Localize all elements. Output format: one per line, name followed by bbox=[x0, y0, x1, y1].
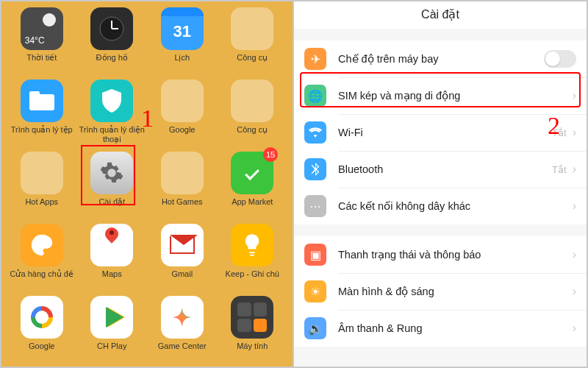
folder-icon bbox=[161, 152, 204, 194]
setting-label: Âm thanh & Rung bbox=[338, 322, 573, 334]
settings-group-2: ▣ Thanh trạng thái và thông báo › ☀ Màn … bbox=[294, 236, 587, 347]
palette-icon bbox=[21, 224, 63, 266]
clock-icon bbox=[90, 7, 133, 50]
app-label: Keep - Ghi chú bbox=[226, 269, 279, 279]
bluetooth-icon bbox=[304, 158, 326, 180]
setting-status: Tắt bbox=[552, 164, 567, 175]
chevron-right-icon: › bbox=[573, 199, 576, 213]
app-label: Google bbox=[169, 125, 195, 135]
app-label: Hot Apps bbox=[25, 197, 58, 207]
app-label: App Market bbox=[232, 197, 273, 207]
app-grid: 34°C Thời tiết Đồng hồ 31 Lịch C bbox=[1, 1, 293, 365]
sound-icon: 🔉 bbox=[304, 317, 326, 339]
maps-icon bbox=[90, 224, 133, 266]
weather-icon: 34°C bbox=[21, 7, 63, 50]
google-icon bbox=[21, 296, 63, 339]
setting-other-wireless[interactable]: ⋯ Các kết nối không dây khác › bbox=[294, 188, 587, 224]
setting-wifi[interactable]: Wi-Fi Tắt › bbox=[294, 114, 587, 151]
annotation-number-1: 1 bbox=[141, 105, 154, 132]
setting-status-bar[interactable]: ▣ Thanh trạng thái và thông báo › bbox=[294, 236, 587, 273]
app-label: Đồng hồ bbox=[96, 53, 128, 63]
folder-icon bbox=[161, 79, 204, 122]
app-hot-apps-folder[interactable]: Hot Apps bbox=[7, 152, 76, 221]
app-file-manager[interactable]: Trình quản lý tệp bbox=[7, 79, 76, 149]
app-calendar[interactable]: 31 Lịch bbox=[148, 7, 217, 77]
setting-label: Wi-Fi bbox=[338, 127, 552, 138]
folder-file-icon bbox=[21, 79, 63, 122]
play-store-icon bbox=[90, 296, 133, 339]
app-phone-manager[interactable]: Trình quản lý điện thoại bbox=[78, 79, 147, 149]
toggle-off[interactable] bbox=[544, 50, 576, 68]
app-tools-folder-2[interactable]: Công cụ bbox=[218, 79, 287, 149]
app-gmail[interactable]: Gmail bbox=[148, 224, 217, 293]
setting-label: Các kết nối không dây khác bbox=[338, 200, 573, 212]
calendar-icon: 31 bbox=[161, 7, 204, 50]
app-clock[interactable]: Đồng hồ bbox=[78, 7, 147, 77]
airplane-icon: ✈ bbox=[304, 48, 326, 70]
app-label: CH Play bbox=[97, 342, 126, 351]
app-label: Maps bbox=[102, 269, 122, 279]
setting-label: Màn hình & độ sáng bbox=[338, 286, 573, 297]
app-label: Trình quản lý điện thoại bbox=[79, 125, 145, 144]
shield-icon bbox=[90, 79, 133, 122]
app-maps[interactable]: Maps bbox=[78, 224, 147, 293]
chevron-right-icon: › bbox=[573, 163, 576, 176]
lightbulb-icon bbox=[231, 224, 273, 266]
gmail-icon bbox=[161, 224, 204, 266]
folder-icon bbox=[21, 152, 63, 194]
setting-bluetooth[interactable]: Bluetooth Tắt › bbox=[294, 151, 587, 188]
chevron-right-icon: › bbox=[573, 126, 576, 139]
app-label: Lịch bbox=[174, 53, 190, 63]
settings-screen: Cài đặt ✈ Chế độ trên máy bay 🌐 SIM kép … bbox=[294, 1, 587, 367]
home-screen: 34°C Thời tiết Đồng hồ 31 Lịch C bbox=[1, 1, 294, 367]
svg-rect-4 bbox=[29, 91, 40, 97]
app-hot-games-folder[interactable]: Hot Games bbox=[148, 152, 217, 221]
market-icon: 15 bbox=[231, 152, 273, 194]
calculator-icon bbox=[231, 296, 273, 339]
app-game-center[interactable]: ✦ Game Center bbox=[148, 296, 217, 365]
folder-icon bbox=[231, 79, 273, 122]
app-label: Gmail bbox=[171, 269, 193, 279]
app-label: Trình quản lý tệp bbox=[11, 125, 73, 135]
game-center-icon: ✦ bbox=[161, 296, 204, 339]
badge: 15 bbox=[263, 147, 278, 162]
settings-group-1: ✈ Chế độ trên máy bay 🌐 SIM kép và mạng … bbox=[294, 40, 587, 224]
app-label: Cửa hàng chủ đề bbox=[10, 269, 74, 279]
app-label: Công cụ bbox=[237, 125, 268, 135]
app-keep[interactable]: Keep - Ghi chú bbox=[218, 224, 287, 293]
app-label: Hot Games bbox=[162, 197, 203, 207]
chevron-right-icon: › bbox=[573, 285, 576, 298]
chevron-right-icon: › bbox=[573, 248, 576, 261]
app-ch-play[interactable]: CH Play bbox=[78, 296, 147, 365]
annotation-number-2: 2 bbox=[548, 112, 560, 140]
sun-icon: ☀ bbox=[304, 280, 326, 302]
app-label: Game Center bbox=[158, 342, 207, 351]
app-label: Thời tiết bbox=[26, 53, 57, 63]
app-label: Máy tính bbox=[237, 342, 268, 351]
app-weather[interactable]: 34°C Thời tiết bbox=[7, 7, 76, 77]
app-google[interactable]: Google bbox=[7, 296, 76, 365]
folder-icon bbox=[231, 7, 273, 50]
setting-label: Chế độ trên máy bay bbox=[338, 53, 544, 65]
app-label: Google bbox=[29, 342, 54, 351]
app-google-folder[interactable]: Google bbox=[148, 79, 217, 149]
setting-label: Bluetooth bbox=[338, 163, 552, 175]
app-market[interactable]: 15 App Market bbox=[218, 152, 287, 221]
notification-icon: ▣ bbox=[304, 244, 326, 266]
setting-label: Thanh trạng thái và thông báo bbox=[338, 249, 573, 261]
dots-icon: ⋯ bbox=[304, 195, 326, 217]
settings-title: Cài đặt bbox=[294, 1, 587, 29]
chevron-right-icon: › bbox=[573, 322, 576, 335]
wifi-icon bbox=[304, 121, 326, 144]
app-label: Công cụ bbox=[237, 53, 268, 63]
setting-sound[interactable]: 🔉 Âm thanh & Rung › bbox=[294, 310, 587, 347]
annotation-box-2 bbox=[300, 72, 581, 107]
app-theme-store[interactable]: Cửa hàng chủ đề bbox=[7, 224, 76, 293]
app-calculator[interactable]: Máy tính bbox=[218, 296, 287, 365]
setting-display[interactable]: ☀ Màn hình & độ sáng › bbox=[294, 273, 587, 310]
annotation-box-1 bbox=[81, 145, 135, 205]
app-tools-folder-1[interactable]: Công cụ bbox=[218, 7, 287, 77]
